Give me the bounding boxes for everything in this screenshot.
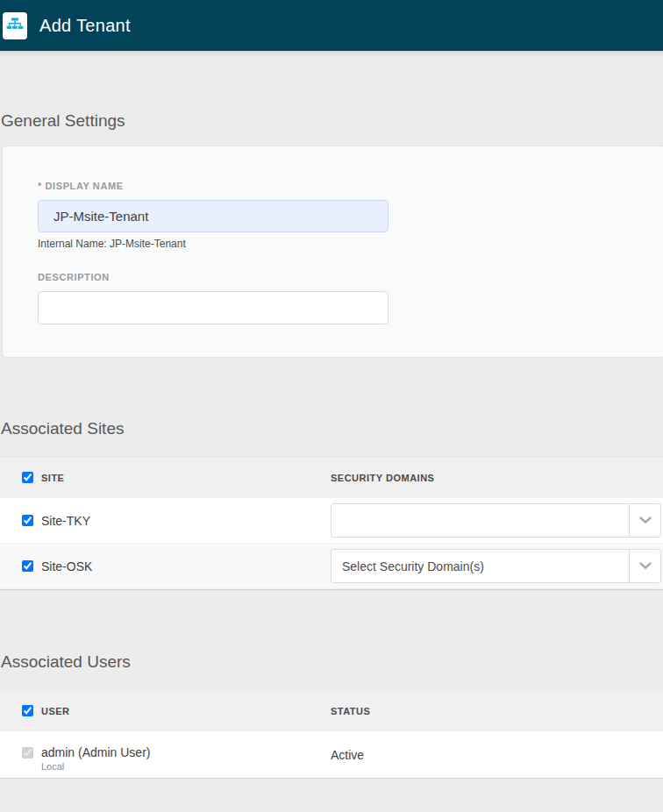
site-osk-checkbox[interactable] [22,560,33,572]
associated-sites-table: SITE SECURITY DOMAINS Site-TKY [0,456,663,590]
status-column-header: STATUS [331,706,663,716]
add-tenant-panel: Add Tenant General Settings * DISPLAY NA… [0,0,663,812]
users-table-header: USER STATUS [0,689,663,731]
general-settings-card: * DISPLAY NAME Internal Name: JP-Msite-T… [2,146,663,358]
user-column-label: USER [41,706,70,716]
site-cell: Site-TKY [0,514,331,528]
security-domains-dropdown[interactable]: Select Security Domain(s) [331,549,661,583]
security-domains-cell [331,503,663,538]
description-input[interactable] [38,291,389,324]
header-shadow [0,51,663,58]
admin-user-checkbox [22,747,33,759]
select-all-sites-checkbox[interactable] [22,472,33,483]
dropdown-placeholder[interactable]: Select Security Domain(s) [332,550,629,582]
site-name-label: Site-OSK [41,559,92,573]
security-domains-column-label: SECURITY DOMAINS [331,473,434,483]
org-hierarchy-icon [3,12,27,39]
table-row-site-tky: Site-TKY [0,498,663,544]
associated-users-table: USER STATUS admin (Admin User) Local Act… [0,689,663,779]
chevron-down-icon[interactable] [629,504,660,537]
display-name-input[interactable] [38,200,389,232]
user-name-label: admin (Admin User) [41,745,150,759]
section-title-associated-sites: Associated Sites [0,418,663,439]
display-name-label: * DISPLAY NAME [38,181,663,192]
table-row-site-osk: Site-OSK Select Security Domain(s) [0,544,663,589]
description-label: DESCRIPTION [38,272,663,283]
status-column-label: STATUS [331,706,370,716]
site-tky-checkbox[interactable] [22,515,33,526]
status-badge: Active [331,748,663,762]
chevron-down-icon[interactable] [629,550,660,582]
section-title-general-settings: General Settings [0,110,663,132]
page-title: Add Tenant [39,16,131,36]
security-domains-column-header: SECURITY DOMAINS [331,473,663,483]
user-type-label: Local [41,761,150,772]
internal-name-helper: Internal Name: JP-Msite-Tenant [38,238,663,250]
dropdown-value[interactable] [332,504,629,537]
site-column-header: SITE [0,472,331,483]
table-row-admin-user: admin (Admin User) Local Active [0,731,663,778]
security-domains-dropdown[interactable] [331,503,661,538]
security-domains-cell: Select Security Domain(s) [331,549,663,583]
sites-table-header: SITE SECURITY DOMAINS [0,456,663,498]
user-cell: admin (Admin User) Local [0,737,331,772]
site-column-label: SITE [41,473,64,483]
select-all-users-checkbox[interactable] [22,705,33,716]
site-name-label: Site-TKY [41,514,90,528]
site-cell: Site-OSK [0,559,331,573]
section-title-associated-users: Associated Users [0,652,663,673]
app-header: Add Tenant [0,0,663,51]
user-column-header: USER [0,705,331,716]
